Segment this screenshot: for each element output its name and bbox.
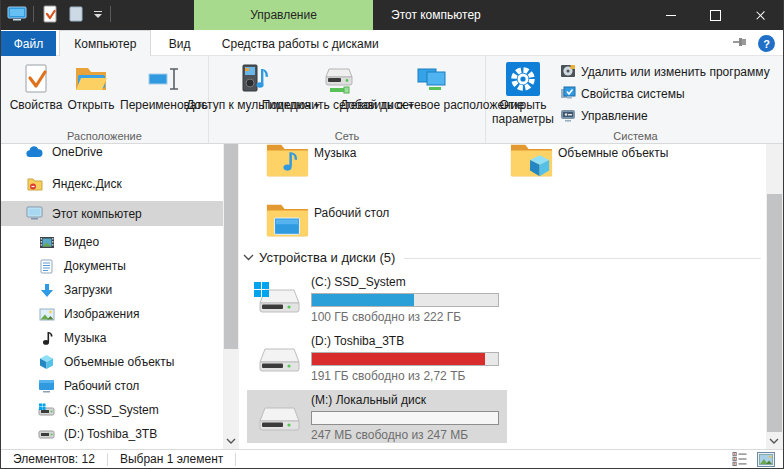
sidebar-item-videos[interactable]: Видео: [1, 230, 223, 254]
rename-icon: [147, 61, 181, 97]
minimize-button[interactable]: [648, 0, 693, 30]
folder-item-desktop[interactable]: Рабочий стол: [265, 199, 389, 242]
capacity-bar: [311, 293, 499, 307]
add-network-location-button[interactable]: Добавить сетевое расположение: [383, 56, 481, 112]
sidebar-item-pictures[interactable]: Изображения: [1, 302, 223, 326]
toolbar-separator: [110, 6, 111, 22]
main-scrollbar-thumb[interactable]: [767, 194, 782, 432]
music-folder-icon: [265, 139, 309, 182]
manage-button[interactable]: Управление: [560, 106, 770, 126]
sidebar-item-drive-d[interactable]: (D:) Toshiba_3TB: [1, 422, 223, 446]
system-drive-icon: [256, 286, 302, 320]
quick-access-toolbar: [7, 4, 111, 24]
tab-computer[interactable]: Компьютер: [59, 30, 151, 56]
open-button[interactable]: Открыть: [63, 56, 119, 112]
ribbon: Свойства Открыть Переименовать Расположе…: [1, 56, 783, 144]
maximize-icon: [710, 10, 721, 21]
sidebar-item-downloads[interactable]: Загрузки: [1, 278, 223, 302]
media-server-icon: [237, 61, 269, 97]
uninstall-program-button[interactable]: Удалить или изменить программу: [560, 62, 770, 82]
section-divider: [404, 258, 761, 259]
window-title: Этот компьютер: [391, 0, 481, 30]
sidebar-item-3d-objects[interactable]: Объемные объекты: [1, 350, 223, 374]
window-controls: [648, 0, 783, 30]
selection-count: Выбран 1 элемент: [108, 453, 236, 466]
onedrive-icon: [26, 144, 43, 161]
title-bar: Управление Этот компьютер: [1, 0, 783, 30]
sidebar-item-yandex-disk[interactable]: Яндекс.Диск: [1, 172, 223, 196]
capacity-bar: [311, 352, 499, 366]
open-folder-icon: [74, 61, 108, 97]
tab-file[interactable]: Файл: [1, 31, 56, 57]
thumbnails-view-button[interactable]: [757, 451, 775, 467]
ribbon-group-location: Свойства Открыть Переименовать Расположе…: [1, 56, 209, 143]
settings-gear-icon: [506, 61, 540, 97]
sidebar-item-this-pc[interactable]: Этот компьютер: [1, 201, 223, 226]
3d-objects-folder-icon: [509, 139, 553, 182]
downloads-icon: [38, 282, 55, 299]
details-view-button[interactable]: [731, 451, 749, 467]
properties-icon[interactable]: [40, 4, 60, 24]
sidebar-item-music[interactable]: Музыка: [1, 326, 223, 350]
main-scrollbar[interactable]: [766, 144, 783, 450]
music-icon: [38, 330, 55, 347]
sidebar-item-desktop[interactable]: Рабочий стол: [1, 374, 223, 398]
files-pane: Музыка Объемные объекты Рабочий стол Уст…: [241, 144, 768, 450]
ribbon-tab-row: Файл Компьютер Вид Средства работы с дис…: [1, 30, 783, 56]
ribbon-group-network: Доступ к мультимедиа Подключить сетевой …: [209, 56, 486, 143]
folder-item-3d-objects[interactable]: Объемные объекты: [509, 139, 668, 182]
sidebar-item-drive-c[interactable]: (C:) SSD_System: [1, 398, 223, 422]
drive-icon: [256, 345, 302, 379]
drive-icon: [256, 404, 302, 438]
sidebar-scrollbar-thumb[interactable]: [224, 144, 238, 349]
add-network-location-icon: [415, 61, 449, 97]
folder-item-music[interactable]: Музыка: [265, 139, 356, 182]
properties-icon: [21, 61, 51, 97]
scroll-down-icon[interactable]: [226, 433, 236, 447]
ribbon-group-system: Открыть параметры Удалить или изменить п…: [486, 56, 784, 143]
computer-icon[interactable]: [7, 4, 27, 24]
videos-icon: [38, 234, 55, 251]
windows-logo-icon: [254, 282, 269, 297]
drive-item-m[interactable]: (M:) Локальный диск 247 МБ свободно из 2…: [247, 390, 507, 443]
section-header-devices-and-drives[interactable]: Устройства и диски (5): [243, 250, 761, 265]
drive-item-c[interactable]: (C:) SSD_System 100 ГБ свободно из 222 Г…: [247, 272, 507, 325]
tab-view[interactable]: Вид: [155, 31, 205, 57]
sidebar-item-documents[interactable]: Документы: [1, 254, 223, 278]
minimize-icon: [666, 15, 676, 16]
sidebar-item-onedrive[interactable]: OneDrive: [1, 144, 223, 164]
system-properties-icon: [560, 85, 576, 104]
maximize-button[interactable]: [693, 0, 738, 30]
navigation-pane: OneDrive Яндекс.Диск Этот компьютер Виде…: [1, 144, 223, 450]
close-button[interactable]: [738, 0, 783, 30]
help-icon[interactable]: ?: [758, 35, 775, 52]
contextual-tab-header-manage[interactable]: Управление: [194, 0, 373, 30]
uninstall-program-icon: [560, 63, 576, 82]
desktop-icon: [38, 378, 55, 395]
status-bar: Элементов: 12 Выбран 1 элемент: [1, 449, 783, 468]
drive-item-d[interactable]: (D:) Toshiba_3TB 191 ГБ свободно из 2,72…: [247, 331, 507, 384]
explorer-window: Управление Этот компьютер Файл Компьютер…: [0, 0, 784, 469]
new-folder-icon[interactable]: [66, 4, 86, 24]
customize-toolbar-dropdown-icon[interactable]: [92, 4, 104, 24]
open-settings-button[interactable]: Открыть параметры: [490, 56, 556, 126]
documents-icon: [38, 258, 55, 275]
yandex-disk-icon: [26, 176, 43, 193]
toolbar-separator: [33, 6, 34, 22]
pictures-icon: [38, 306, 55, 323]
system-drive-icon: [38, 402, 55, 419]
pin-ribbon-icon[interactable]: [732, 34, 748, 53]
items-count: Элементов: 12: [1, 453, 108, 466]
manage-icon: [560, 107, 576, 126]
sidebar-scrollbar[interactable]: [223, 144, 239, 450]
this-pc-icon: [26, 205, 43, 222]
drive-icon: [38, 426, 55, 443]
scroll-down-icon[interactable]: [769, 433, 779, 447]
content-area: OneDrive Яндекс.Диск Этот компьютер Виде…: [1, 144, 783, 450]
capacity-bar: [311, 411, 499, 425]
tab-drive-tools[interactable]: Средства работы с дисками: [208, 31, 393, 57]
properties-button[interactable]: Свойства: [9, 56, 63, 112]
desktop-folder-icon: [265, 199, 309, 242]
system-properties-button[interactable]: Свойства системы: [560, 84, 770, 104]
system-small-buttons: Удалить или изменить программу Свойства …: [560, 62, 770, 128]
